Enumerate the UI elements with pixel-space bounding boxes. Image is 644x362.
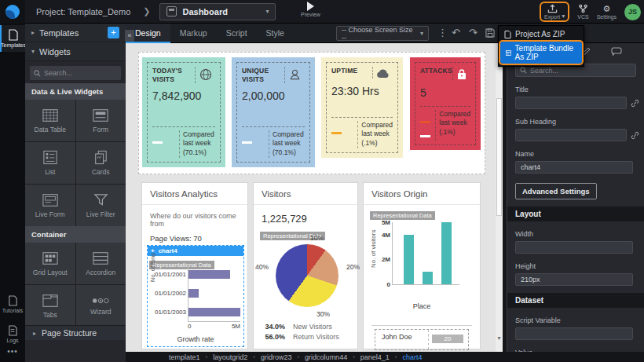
- rail-tab-templates[interactable]: Templates: [0, 25, 25, 52]
- top-header: Project: Template_Demo ❯ Dashboard ▾ Pre…: [0, 0, 644, 24]
- script-variable-input[interactable]: [515, 327, 633, 340]
- breadcrumb-item-current[interactable]: chart4: [403, 353, 423, 361]
- subheading-label: Sub Heading: [515, 118, 636, 126]
- app-logo[interactable]: [0, 0, 25, 24]
- widget-grid-layout[interactable]: Grid Layout: [25, 243, 75, 284]
- cloud-icon: [376, 68, 390, 79]
- page-structure-section[interactable]: ▸ Page Structure: [25, 325, 126, 340]
- height-input[interactable]: [515, 273, 633, 286]
- stat-card-todays-visits[interactable]: TODAY'S VISITS 7,842,900 Compared last w…: [142, 57, 225, 167]
- wizard-icon: [92, 297, 109, 305]
- templates-section-header[interactable]: ▸ Templates +: [25, 24, 126, 42]
- breadcrumb-item[interactable]: layoutgrid2: [213, 353, 247, 361]
- link-icon[interactable]: [631, 99, 639, 108]
- chart4-widget-selected[interactable]: + chart4 Representational Data 01/01/200…: [147, 245, 244, 347]
- settings-button[interactable]: ⚙ Settings: [597, 5, 617, 20]
- page-views-stat: Page Views: 70: [142, 228, 247, 243]
- rail-tab-logs[interactable]: Logs: [0, 321, 25, 347]
- title-input[interactable]: [515, 97, 627, 109]
- panel-visitors[interactable]: Visitors 1,225,729 Representational Data…: [253, 182, 358, 349]
- list-icon: [43, 150, 57, 165]
- widget-search-input[interactable]: [44, 69, 117, 77]
- scroll-down-icon[interactable]: ▼: [496, 335, 502, 341]
- screen-size-select[interactable]: -- Choose Screen Size -- ▾: [336, 26, 429, 41]
- filter-funnel-icon: [93, 193, 108, 207]
- page-selector-dropdown[interactable]: Dashboard ▾: [159, 3, 276, 20]
- bar: [423, 272, 433, 284]
- x-axis-label: Place: [364, 302, 480, 310]
- menu-item-project-as-zip[interactable]: Project As ZIP: [499, 27, 584, 41]
- widget-cards[interactable]: Cards: [76, 142, 126, 184]
- save-icon[interactable]: [485, 28, 495, 38]
- dataset-section-header: Dataset: [507, 293, 644, 308]
- pie-label: 20%: [346, 263, 360, 271]
- panel-title: Visitors Origin: [364, 183, 480, 205]
- user-avatar[interactable]: JS: [624, 4, 641, 20]
- widget-accordion[interactable]: Accordion: [76, 243, 126, 284]
- widget-data-table[interactable]: Data Table: [25, 100, 75, 141]
- widget-live-filter[interactable]: Live Filter: [76, 185, 126, 226]
- stat-card-uptime[interactable]: UPTIME 23:30 Hrs Compared last week (.1%…: [321, 57, 403, 158]
- canvas-scrollbar[interactable]: ▼: [496, 43, 503, 352]
- widgets-section-header[interactable]: ▾ Widgets: [25, 42, 126, 61]
- chat-icon[interactable]: [611, 47, 622, 56]
- rail-tab-tutorials[interactable]: Tutorials: [0, 291, 25, 317]
- export-button[interactable]: Export ▾: [540, 2, 569, 22]
- branch-icon: [578, 4, 588, 13]
- layout-section-header: Layout: [507, 207, 644, 221]
- title-label: Title: [515, 86, 636, 93]
- search-icon: [34, 70, 41, 77]
- rail-more-button[interactable]: •••: [0, 347, 25, 356]
- widget-tabs[interactable]: Tabs: [25, 285, 75, 327]
- data-table-icon: [42, 108, 58, 122]
- menu-item-template-bundle-as-zip[interactable]: Template Bundle As ZIP: [500, 42, 582, 64]
- pie-label: 30%: [317, 310, 330, 318]
- panel-title: Visitors Analytics: [142, 183, 247, 205]
- collapse-panel-button[interactable]: «: [125, 30, 134, 42]
- visitors-total: 1,225,729: [254, 205, 357, 227]
- element-breadcrumb: template1› layoutgrid2› gridrow23› gridc…: [126, 352, 644, 362]
- link-icon[interactable]: [631, 131, 639, 140]
- kebab-menu-icon[interactable]: ⋮: [437, 26, 448, 40]
- breadcrumb-item[interactable]: gridrow23: [261, 353, 292, 361]
- widget-group-title: Data & Live Widgets: [25, 83, 126, 100]
- width-input[interactable]: [515, 241, 633, 254]
- data-table-widget[interactable]: John Doe 20: [375, 329, 469, 350]
- vcs-button[interactable]: VCS: [577, 4, 588, 20]
- grid-layout-icon: [42, 251, 58, 265]
- breadcrumb-item[interactable]: panel4_1: [360, 353, 390, 361]
- user-icon: [289, 68, 301, 81]
- stat-card-attacks[interactable]: ATTACKS 5 Compared last week (.1%): [410, 57, 481, 150]
- advanced-settings-button[interactable]: Advanced Settings: [515, 183, 597, 199]
- tab-markup[interactable]: Markup: [170, 24, 217, 43]
- tab-script[interactable]: Script: [217, 24, 257, 43]
- y-axis-label: No. of visitors: [370, 230, 377, 268]
- properties-search-input[interactable]: [530, 67, 631, 75]
- panel-visitors-origin[interactable]: Visitors Origin Representational Data 5M…: [363, 182, 481, 349]
- breadcrumb-item[interactable]: template1: [169, 353, 200, 361]
- widget-selection-header[interactable]: + chart4: [148, 246, 243, 256]
- widget-form[interactable]: Form: [76, 100, 126, 141]
- form-icon: [93, 108, 108, 122]
- logo-icon: [5, 5, 20, 19]
- widget-wizard[interactable]: Wizard: [76, 285, 126, 327]
- name-input[interactable]: [515, 161, 633, 174]
- properties-panel: Title Sub Heading Name Advanced Settings…: [507, 43, 644, 362]
- tab-style[interactable]: Style: [257, 24, 294, 43]
- add-template-button[interactable]: +: [108, 27, 119, 38]
- bar: [441, 222, 452, 284]
- preview-button[interactable]: Preview: [301, 2, 320, 17]
- widget-live-form[interactable]: Live Form: [25, 185, 75, 226]
- redo-icon[interactable]: ↷: [469, 26, 478, 40]
- height-label: Height: [515, 262, 636, 270]
- design-canvas[interactable]: TODAY'S VISITS 7,842,900 Compared last w…: [126, 43, 503, 352]
- panel-visitors-analytics[interactable]: Visitors Analytics Where do our visitors…: [141, 182, 248, 349]
- breadcrumb-item[interactable]: gridcolumn44: [305, 353, 347, 361]
- bar-2001: [188, 270, 230, 279]
- document-icon: [504, 31, 511, 38]
- subheading-input[interactable]: [515, 129, 627, 141]
- undo-icon[interactable]: ↶: [452, 26, 460, 40]
- scrollbar-thumb[interactable]: [496, 98, 502, 216]
- widget-list[interactable]: List: [25, 142, 75, 184]
- stat-card-unique-visits[interactable]: UNIQUE VISITS 2,00,000 Compared last wee…: [232, 57, 315, 167]
